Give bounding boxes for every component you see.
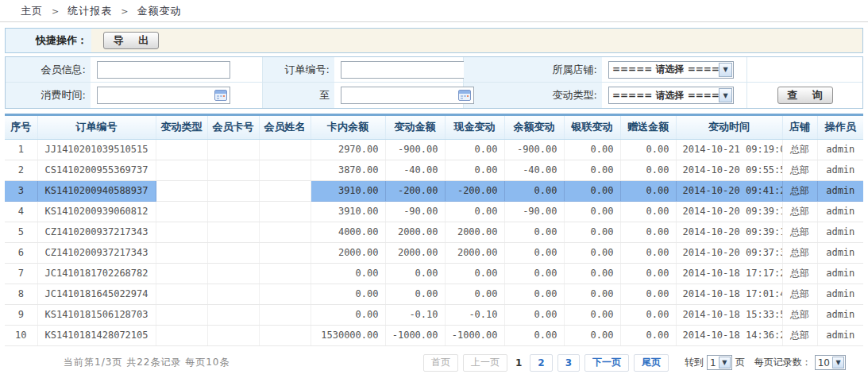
table-cell: 2014-10-18 17:01:49 [676,284,782,304]
table-cell: 0.00 [620,222,676,242]
table-cell: 10 [5,325,37,345]
export-button[interactable]: 导 出 [103,32,159,49]
table-cell [207,242,259,263]
page-link[interactable]: 3 [557,354,580,372]
table-cell [156,160,207,180]
breadcrumb: 主页>统计报表>金额变动 [0,0,868,22]
table-cell: 0.00 [311,263,385,284]
table-cell: 0.00 [620,160,676,180]
table-cell: 0.00 [445,284,504,304]
page: 主页>统计报表>金额变动 快捷操作： 导 出 会员信息: 订单编号: 所属店铺:… [0,0,868,372]
table-row[interactable]: 1JJ14102010395105152970.00-900.000.00-90… [5,139,863,160]
table-cell: 总部 [782,180,817,201]
table-row[interactable]: 8JC14101816450229740.000.000.000.000.000… [5,284,863,304]
page-link[interactable]: 2 [530,354,552,372]
column-header: 变动类型 [156,116,207,139]
table-row[interactable]: 7JC14101817022687820.000.000.000.000.000… [5,263,863,284]
table-cell: 3910.00 [311,180,385,201]
table-cell: CZ1410200937217343 [37,222,156,242]
page-size-select[interactable]: 10 ▼ [815,355,846,370]
order-no-input[interactable] [341,61,470,79]
table-cell: 3 [5,180,37,201]
chevron-down-icon: ▼ [719,63,732,77]
table-cell: 2000.00 [385,242,445,263]
calendar-icon[interactable] [458,90,471,101]
table-cell: 5 [5,222,37,242]
table-cell: 0.00 [620,304,676,325]
member-info-input[interactable] [97,61,230,79]
table-cell: 0.00 [564,201,620,222]
table-cell: 2970.00 [311,139,385,160]
table-cell [156,180,207,201]
pagination-bar: 当前第1/3页 共22条记录 每页10条 首页 上一页 123 下一页 尾页 转… [0,354,868,372]
table-cell: -900.00 [385,139,445,160]
breadcrumb-separator: > [52,6,59,17]
quick-actions-bar: 快捷操作： 导 出 [5,28,863,53]
table-row[interactable]: 9KS14101815061287030.00-0.10-0.100.000.0… [5,304,863,325]
change-type-select[interactable]: ===== 请选择 ===== ▼ [608,87,734,104]
breadcrumb-item[interactable]: 统计报表 [68,5,112,17]
last-page-button[interactable]: 尾页 [634,354,669,372]
search-button[interactable]: 查 询 [777,87,833,104]
table-row[interactable]: 10KS14101814280721051530000.00-1000.00-1… [5,325,863,345]
table-cell: 0.00 [620,325,676,345]
column-header: 店铺 [782,116,817,139]
table-cell: -0.10 [385,304,445,325]
table-header-row: 序号订单编号变动类型会员卡号会员姓名卡内余额变动金额现金变动余额变动银联变动赠送… [5,116,863,139]
table-cell: -1000.00 [385,325,445,345]
table-cell: 8 [5,284,37,304]
next-page-button[interactable]: 下一页 [584,354,629,372]
table-cell: 0.00 [504,222,564,242]
table-cell [259,242,311,263]
table-cell: 总部 [782,139,817,160]
table-cell [156,263,207,284]
table-cell: 0.00 [385,284,445,304]
table-cell: 4 [5,201,37,222]
table-cell [259,180,311,201]
breadcrumb-item: 金额变动 [137,5,181,17]
time-to-input[interactable] [341,87,474,104]
table-cell: 总部 [782,263,817,284]
table-cell: -40.00 [385,160,445,180]
filter-row-1: 会员信息: 订单编号: 所属店铺: ===== 请选择 ===== ▼ [6,57,862,83]
table-cell: 0.00 [620,284,676,304]
goto-page-select[interactable]: 1 ▼ [707,355,732,370]
table-row[interactable]: 6CZ14102009372173432000.002000.002000.00… [5,242,863,263]
table-cell: -200.00 [445,180,504,201]
table-cell: 2014-10-18 15:33:57 [676,304,782,325]
prev-page-button[interactable]: 上一页 [463,354,507,372]
chevron-down-icon: ▼ [832,357,844,368]
table-cell: -200.00 [385,180,445,201]
store-select[interactable]: ===== 请选择 ===== ▼ [608,61,734,79]
consume-time-label: 消费时间: [6,83,91,108]
first-page-button[interactable]: 首页 [423,354,458,372]
table-cell: 3870.00 [311,160,385,180]
table-row[interactable]: 4KS14102009390608123910.00-90.000.00-90.… [5,201,863,222]
table-cell: admin [817,242,863,263]
table-cell: 0.00 [504,263,564,284]
breadcrumb-item[interactable]: 主页 [21,5,43,17]
table-cell: admin [817,304,863,325]
table-cell [207,263,259,284]
table-cell: 总部 [782,222,817,242]
page-size-value: 10 [816,357,832,368]
table-row[interactable]: 5CZ14102009372173434000.002000.002000.00… [5,222,863,242]
time-from-input[interactable] [97,87,230,104]
table-cell [207,284,259,304]
table-cell: admin [817,263,863,284]
table-cell [259,222,311,242]
table-cell [259,284,311,304]
table-row[interactable]: 2CS14102009553697373870.00-40.000.00-40.… [5,160,863,180]
column-header: 操作员 [817,116,863,139]
table-cell: 0.00 [564,304,620,325]
table-cell: -90.00 [385,201,445,222]
table-cell [156,242,207,263]
table-cell: -0.10 [445,304,504,325]
calendar-icon[interactable] [214,90,227,101]
table-cell: 0.00 [504,242,564,263]
table-cell [259,263,311,284]
table-cell [259,201,311,222]
data-table: 序号订单编号变动类型会员卡号会员姓名卡内余额变动金额现金变动余额变动银联变动赠送… [5,114,863,346]
table-row[interactable]: 3KS14102009405889373910.00-200.00-200.00… [5,180,863,201]
table-cell [207,160,259,180]
